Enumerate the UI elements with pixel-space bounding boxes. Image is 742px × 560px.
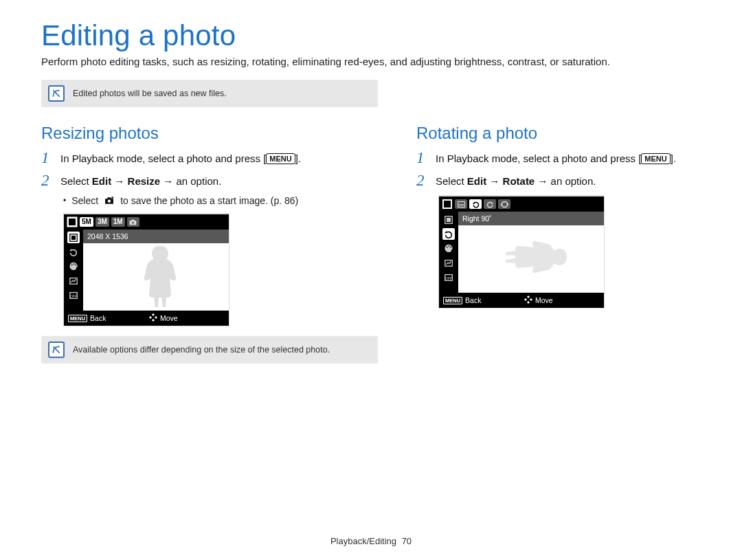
arrow-icon: → (535, 175, 550, 187)
size-chip-5m: 5M (80, 217, 93, 227)
camera-start-image-icon (104, 196, 115, 205)
col-rotating: Rotating a photo 1 In Playback mode, sel… (416, 122, 701, 379)
columns: Resizing photos 1 In Playback mode, sele… (41, 122, 701, 379)
back-label: Back (90, 314, 106, 322)
screen-topbar: 5M 3M 1M (64, 214, 229, 229)
screen-sidebar: OFF (64, 229, 83, 311)
svg-point-7 (71, 265, 72, 266)
menu-key-mini: MENU (443, 297, 462, 304)
bullet-icon: • (63, 197, 66, 205)
arrow-icon: → (160, 175, 176, 187)
resize-step-2: 2 Select Edit → Resize → an option. (41, 172, 378, 188)
resize-mode-icon (67, 216, 78, 227)
rotate-right-icon (469, 199, 482, 209)
text: In Playback mode, select a photo and pre… (60, 153, 266, 164)
resize-tool-icon (442, 214, 455, 225)
bold: Resize (128, 175, 161, 187)
text: ]. (671, 153, 676, 164)
note-icon (48, 341, 65, 358)
text: Select (60, 175, 92, 187)
size-chip-1m: 1M (111, 217, 125, 227)
resize-screen: 5M 3M 1M OFF (63, 213, 378, 326)
off-chip-icon: OFF (455, 199, 467, 209)
bottombar-back: MENU Back (68, 314, 144, 322)
text: to save the photo as a start image. (p. … (120, 195, 298, 206)
rotate-left-icon (484, 199, 496, 209)
step-number: 1 (41, 150, 54, 166)
heading-resizing: Resizing photos (41, 124, 378, 143)
page-footer: Playback/Editing 70 (0, 536, 742, 546)
svg-point-21 (450, 247, 451, 248)
heading-rotating: Rotating a photo (416, 124, 701, 143)
bold: Rotate (503, 175, 535, 187)
page-title: Editing a photo (41, 19, 701, 52)
screen-sidebar: OFF (439, 212, 458, 293)
svg-rect-3 (69, 219, 76, 225)
text: Select (71, 195, 98, 206)
camera-screen: 5M 3M 1M OFF (63, 213, 229, 326)
screen-topbar: OFF (439, 197, 604, 212)
screen-content: 2048 X 1536 (83, 229, 229, 311)
rotate-180-icon (498, 199, 510, 209)
col-resizing: Resizing photos 1 In Playback mode, sele… (41, 122, 378, 379)
note-bottom-text: Available options differ depending on th… (73, 345, 330, 355)
bold: Edit (92, 175, 111, 187)
rotate-step-1: 1 In Playback mode, select a photo and p… (416, 150, 701, 166)
menu-key-mini: MENU (68, 315, 87, 322)
arrow-icon: → (111, 175, 127, 187)
svg-text:OFF: OFF (70, 293, 78, 298)
bottombar-move: Move (524, 295, 600, 305)
adjust-tool-icon (67, 275, 80, 287)
photo-silhouette (101, 242, 222, 311)
step-text: In Playback mode, select a photo and pre… (60, 150, 301, 166)
resize-mode-icon (442, 199, 453, 210)
move-label: Move (160, 314, 178, 322)
text: an option. (176, 175, 221, 187)
svg-rect-14 (444, 201, 451, 208)
footer-section: Playback/Editing (330, 536, 396, 546)
svg-point-9 (75, 265, 76, 266)
extra-tool-icon: OFF (442, 271, 455, 283)
bold: Edit (467, 175, 486, 187)
step-number: 1 (416, 150, 429, 166)
footer-page-number: 70 (402, 536, 412, 546)
camera-screen: OFF OFF (438, 195, 605, 309)
note-top: Edited photos will be saved as new files… (41, 80, 378, 107)
menu-key: MENU (266, 153, 295, 164)
screen-bottombar: MENU Back Move (64, 311, 229, 326)
page-intro: Perform photo editing tasks, such as res… (41, 55, 701, 69)
nav-diamond-icon (149, 313, 157, 323)
note-icon (48, 85, 65, 102)
svg-rect-6 (71, 236, 76, 240)
palette-tool-icon (442, 243, 455, 254)
step-number: 2 (416, 172, 429, 188)
screen-content: Right 90˚ (458, 212, 604, 293)
text: In Playback mode, select a photo and pre… (436, 153, 641, 164)
adjust-tool-icon (442, 257, 455, 269)
rotate-step-2: 2 Select Edit → Rotate → an option. (416, 172, 701, 188)
text: ]. (295, 153, 301, 164)
menu-key: MENU (641, 153, 670, 164)
svg-point-20 (448, 246, 449, 247)
extra-tool-icon: OFF (67, 289, 80, 301)
svg-point-19 (446, 247, 447, 248)
resize-sub-bullet: • Select to save the photo as a start im… (63, 195, 378, 206)
svg-point-1 (111, 197, 113, 199)
note-bottom: Available options differ depending on th… (41, 336, 378, 363)
resize-tool-icon (67, 232, 80, 243)
move-label: Move (535, 296, 553, 304)
palette-tool-icon (67, 260, 80, 272)
nav-diamond-icon (524, 295, 532, 305)
svg-text:OFF: OFF (458, 203, 464, 207)
step-text: In Playback mode, select a photo and pre… (436, 150, 676, 166)
start-image-chip-icon (127, 217, 139, 227)
bottombar-move: Move (149, 313, 225, 323)
step-text: Select Edit → Rotate → an option. (436, 172, 596, 188)
back-label: Back (465, 296, 481, 304)
screen-body: OFF Right 90˚ (439, 212, 604, 293)
manual-page: Editing a photo Perform photo editing ta… (0, 0, 742, 560)
text: an option. (551, 175, 596, 187)
text: Select (436, 175, 467, 187)
resize-step-1: 1 In Playback mode, select a photo and p… (41, 150, 378, 166)
rotate-tool-icon (67, 246, 80, 258)
